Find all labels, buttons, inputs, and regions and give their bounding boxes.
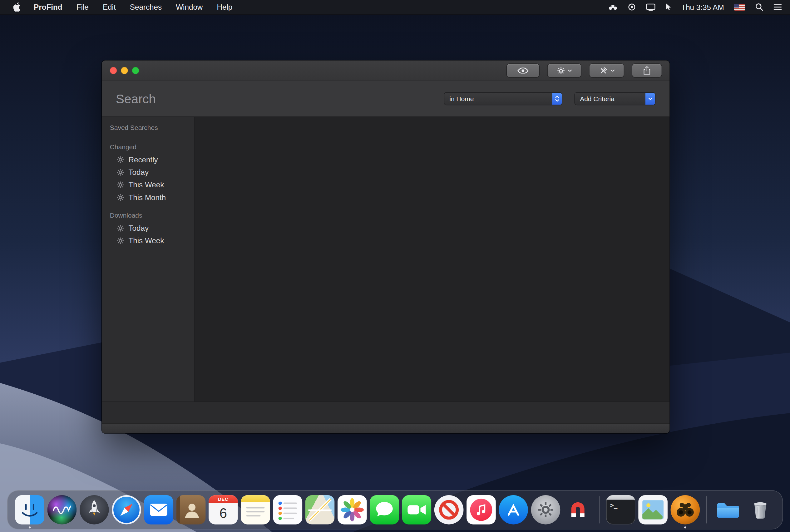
gear-icon bbox=[557, 67, 565, 74]
search-title-field[interactable]: Search bbox=[116, 92, 156, 106]
dock-messages-icon[interactable] bbox=[370, 495, 399, 525]
titlebar[interactable] bbox=[102, 61, 670, 81]
gear-icon bbox=[117, 156, 124, 163]
dock-safari-icon[interactable] bbox=[112, 495, 141, 525]
share-icon bbox=[643, 66, 651, 75]
add-criteria-value: Add Criteria bbox=[575, 95, 645, 102]
sidebar-item-downloads-this-week[interactable]: This Week bbox=[102, 234, 194, 247]
popup-chevron-icon bbox=[645, 93, 655, 105]
traffic-lights bbox=[110, 67, 139, 74]
dock-siri-icon[interactable] bbox=[48, 495, 77, 525]
profind-window: Search in Home Add Criteria bbox=[102, 61, 670, 433]
share-button[interactable] bbox=[632, 64, 662, 77]
terminal-prompt-glyph: >_ bbox=[610, 502, 617, 509]
dock-reminders-icon[interactable] bbox=[273, 495, 303, 525]
dock-trash-icon[interactable] bbox=[746, 495, 775, 525]
record-circle-icon[interactable] bbox=[628, 3, 636, 11]
menu-file[interactable]: File bbox=[69, 0, 96, 14]
dock-mail-icon[interactable] bbox=[144, 495, 173, 525]
dock-separator bbox=[706, 496, 707, 523]
binoculars-icon[interactable] bbox=[608, 3, 618, 11]
search-header: Search in Home Add Criteria bbox=[102, 81, 670, 117]
dock-preview-icon[interactable] bbox=[638, 495, 667, 525]
sidebar-item-changed-this-month[interactable]: This Month bbox=[102, 191, 194, 204]
menu-app-name[interactable]: ProFind bbox=[27, 0, 70, 14]
sidebar-item-label: This Month bbox=[128, 193, 166, 202]
results-area[interactable] bbox=[194, 117, 670, 401]
sidebar-item-label: This Week bbox=[128, 236, 164, 245]
zoom-button[interactable] bbox=[132, 67, 139, 74]
menu-help[interactable]: Help bbox=[210, 0, 240, 14]
preview-eye-button[interactable] bbox=[507, 64, 539, 77]
sidebar-item-changed-today[interactable]: Today bbox=[102, 166, 194, 178]
dock-photos-icon[interactable] bbox=[338, 495, 367, 525]
desktop: ProFind File Edit Searches Window Help T… bbox=[0, 0, 790, 532]
dock-app-store-icon[interactable] bbox=[499, 495, 528, 525]
gear-icon bbox=[117, 169, 124, 176]
dock-terminal-icon[interactable]: >_ bbox=[606, 495, 636, 525]
menu-window[interactable]: Window bbox=[169, 0, 210, 14]
gear-icon bbox=[117, 194, 124, 201]
gear-icon bbox=[117, 181, 124, 188]
dock-magnet-icon[interactable] bbox=[563, 495, 592, 525]
dock-finder-icon[interactable] bbox=[15, 495, 44, 525]
sidebar-item-label: This Week bbox=[128, 180, 164, 189]
sidebar: Saved Searches Changed Recently Today Th… bbox=[102, 117, 194, 401]
dock-system-preferences-icon[interactable] bbox=[531, 495, 561, 525]
notification-list-icon[interactable] bbox=[773, 3, 782, 11]
actions-gear-button[interactable] bbox=[548, 64, 581, 77]
dock: DEC 6 bbox=[7, 490, 783, 530]
scope-popup-value: in Home bbox=[444, 95, 552, 102]
apple-menu[interactable] bbox=[7, 2, 27, 12]
gear-icon bbox=[117, 237, 124, 244]
dock-contacts-icon[interactable] bbox=[176, 495, 206, 525]
calendar-day-label: 6 bbox=[209, 503, 238, 524]
sidebar-item-changed-recently[interactable]: Recently bbox=[102, 153, 194, 166]
display-icon[interactable] bbox=[646, 3, 655, 11]
menu-searches[interactable]: Searches bbox=[123, 0, 169, 14]
popup-stepper-icon bbox=[552, 93, 562, 105]
chevron-down-icon bbox=[610, 69, 615, 72]
sidebar-section-downloads: Downloads bbox=[110, 212, 194, 220]
dock-notes-icon[interactable] bbox=[241, 495, 270, 525]
chevron-down-icon bbox=[568, 69, 572, 72]
bottom-bar bbox=[102, 423, 670, 433]
status-strip bbox=[102, 401, 670, 423]
close-button[interactable] bbox=[110, 67, 117, 74]
dock-separator bbox=[599, 496, 600, 523]
sidebar-item-label: Recently bbox=[128, 155, 158, 164]
pointer-icon[interactable] bbox=[665, 3, 671, 11]
menu-clock[interactable]: Thu 3:35 AM bbox=[681, 3, 724, 11]
tools-icon bbox=[599, 66, 607, 75]
sidebar-item-label: Today bbox=[128, 168, 149, 176]
sidebar-section-changed: Changed bbox=[110, 143, 194, 151]
add-criteria-popup[interactable]: Add Criteria bbox=[574, 92, 655, 105]
dock-launchpad-icon[interactable] bbox=[80, 495, 109, 525]
menu-edit[interactable]: Edit bbox=[96, 0, 123, 14]
dock-prohibited-icon[interactable] bbox=[434, 495, 464, 525]
minimize-button[interactable] bbox=[121, 67, 128, 74]
scope-popup[interactable]: in Home bbox=[444, 92, 562, 105]
menu-bar: ProFind File Edit Searches Window Help T… bbox=[0, 0, 790, 15]
sidebar-item-label: Today bbox=[128, 224, 149, 232]
sidebar-title: Saved Searches bbox=[110, 124, 194, 132]
spotlight-search-icon[interactable] bbox=[755, 3, 764, 11]
dock-profind-icon[interactable] bbox=[671, 495, 700, 525]
dock-calendar-icon[interactable]: DEC 6 bbox=[209, 495, 238, 525]
apple-logo-icon bbox=[13, 2, 21, 12]
sidebar-item-downloads-today[interactable]: Today bbox=[102, 222, 194, 234]
dock-facetime-icon[interactable] bbox=[402, 495, 432, 525]
tools-button[interactable] bbox=[589, 64, 624, 77]
dock-downloads-folder-icon[interactable] bbox=[714, 495, 743, 525]
us-flag-icon[interactable] bbox=[734, 4, 745, 10]
dock-music-icon[interactable] bbox=[467, 495, 496, 525]
eye-icon bbox=[518, 68, 528, 74]
dock-maps-icon[interactable] bbox=[305, 495, 335, 525]
sidebar-item-changed-this-week[interactable]: This Week bbox=[102, 178, 194, 191]
gear-icon bbox=[117, 225, 124, 232]
calendar-month-label: DEC bbox=[209, 495, 238, 503]
